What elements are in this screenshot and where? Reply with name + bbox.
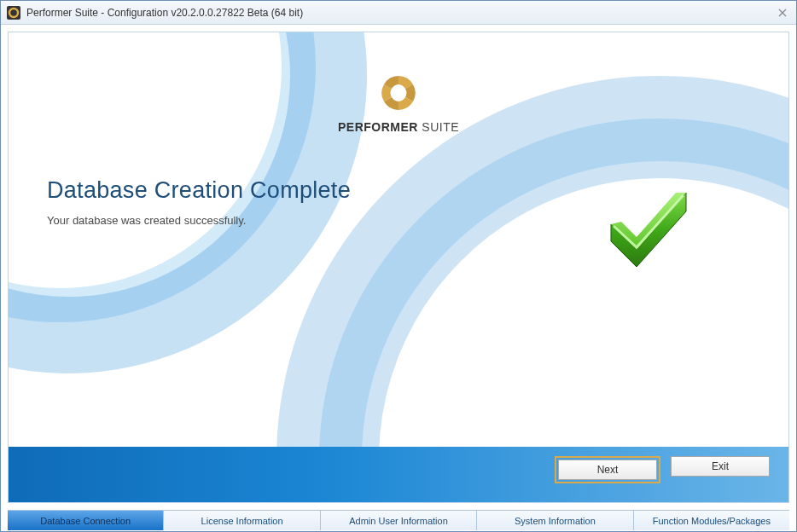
next-button-highlight: Next — [555, 456, 660, 483]
success-checkmark-icon — [601, 186, 695, 271]
wizard-tabs: Database Connection License Information … — [8, 510, 789, 530]
content-area: PERFORMER SUITE Database Creation Comple… — [8, 32, 789, 503]
page-title: Database Creation Complete — [47, 177, 351, 204]
button-row: Next Exit — [555, 456, 770, 483]
background-arc — [276, 76, 789, 503]
tab-license-information[interactable]: License Information — [164, 511, 320, 530]
logo-text: PERFORMER SUITE — [338, 120, 459, 134]
logo: PERFORMER SUITE — [338, 71, 459, 134]
tab-function-modules-packages[interactable]: Function Modules/Packages — [634, 511, 789, 530]
exit-button[interactable]: Exit — [671, 456, 770, 477]
page-subtitle: Your database was created successfully. — [47, 214, 351, 227]
app-icon — [6, 5, 21, 20]
titlebar-text: Performer Suite - Configuration v20.2.0.… — [26, 7, 774, 19]
next-button[interactable]: Next — [558, 460, 657, 480]
titlebar: Performer Suite - Configuration v20.2.0.… — [1, 1, 796, 25]
close-icon[interactable] — [774, 6, 791, 20]
background-arc — [319, 119, 789, 503]
tab-system-information[interactable]: System Information — [477, 511, 633, 530]
tab-admin-user-information[interactable]: Admin User Information — [321, 511, 477, 530]
tab-database-connection[interactable]: Database Connection — [8, 511, 164, 530]
config-window: Performer Suite - Configuration v20.2.0.… — [0, 0, 797, 532]
logo-icon — [376, 71, 421, 115]
main-message: Database Creation Complete Your database… — [47, 177, 351, 227]
